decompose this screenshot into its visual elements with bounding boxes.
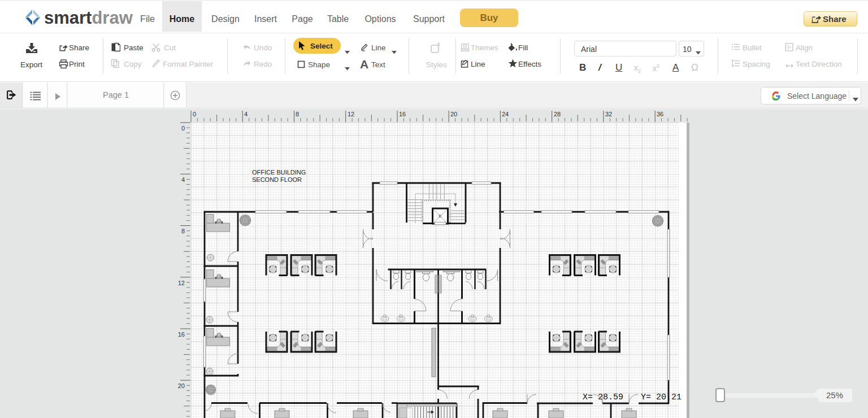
svg-text:OFFICE BUILDING: OFFICE BUILDING xyxy=(252,169,306,176)
svg-text:16: 16 xyxy=(178,331,185,338)
svg-text:Y= 20.21: Y= 20.21 xyxy=(641,393,682,402)
svg-text:36: 36 xyxy=(657,111,663,117)
svg-text:X= 28.59: X= 28.59 xyxy=(583,393,623,402)
svg-text:SECOND FLOOR: SECOND FLOOR xyxy=(252,176,302,183)
svg-text:12: 12 xyxy=(348,111,354,117)
svg-text:12: 12 xyxy=(178,280,185,286)
svg-text:8: 8 xyxy=(296,111,299,117)
svg-text:20: 20 xyxy=(178,382,185,389)
svg-text:32: 32 xyxy=(605,111,612,117)
svg-text:E: E xyxy=(439,214,441,219)
svg-text:8: 8 xyxy=(181,228,185,234)
svg-text:16: 16 xyxy=(399,111,406,117)
svg-text:24: 24 xyxy=(502,111,509,117)
svg-text:28: 28 xyxy=(554,111,561,117)
svg-text:0: 0 xyxy=(181,125,185,132)
svg-text:4: 4 xyxy=(244,111,248,117)
svg-text:0: 0 xyxy=(193,111,196,117)
svg-text:20: 20 xyxy=(450,111,457,117)
svg-text:4: 4 xyxy=(181,176,185,183)
